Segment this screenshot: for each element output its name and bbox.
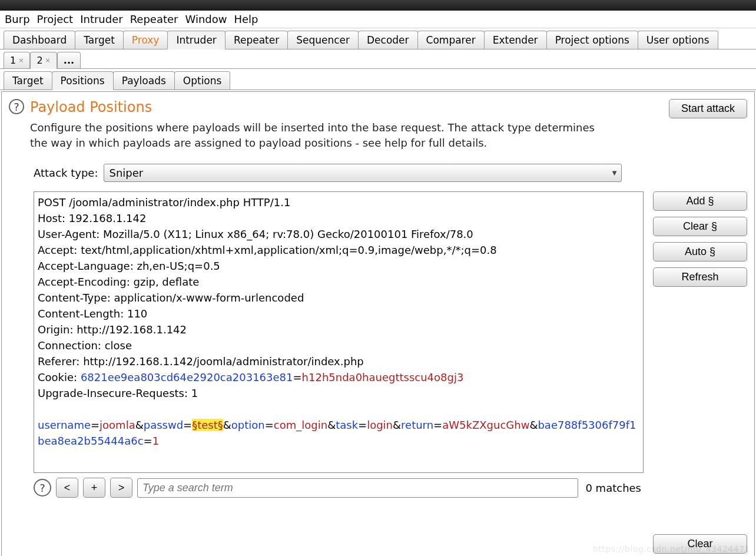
watermark: https://blog.csdn.net/m0_43424471 <box>593 544 750 554</box>
attack-type-label: Attack type: <box>34 167 98 179</box>
session-tab-1-label: 1 <box>10 55 16 66</box>
session-tab-2[interactable]: 2 × <box>30 52 57 69</box>
session-tab-2-label: 2 <box>37 55 42 66</box>
search-prev-button[interactable]: < <box>56 478 78 498</box>
session-tab-new[interactable]: ... <box>57 52 81 68</box>
add-marker-button[interactable]: Add § <box>653 191 747 211</box>
tab-project-options[interactable]: Project options <box>546 31 638 49</box>
session-tab-1[interactable]: 1 × <box>4 52 30 68</box>
tab-decoder[interactable]: Decoder <box>358 31 418 49</box>
menu-intruder[interactable]: Intruder <box>80 13 122 25</box>
tab-target[interactable]: Target <box>75 31 124 49</box>
menu-project[interactable]: Project <box>37 13 74 25</box>
tab-user-options[interactable]: User options <box>638 31 718 49</box>
menu-help[interactable]: Help <box>234 13 258 25</box>
inner-tab-positions[interactable]: Positions <box>52 71 114 90</box>
inner-tab-options[interactable]: Options <box>174 71 231 90</box>
close-icon[interactable]: × <box>18 57 24 64</box>
start-attack-button[interactable]: Start attack <box>669 99 747 118</box>
request-editor[interactable]: POST /joomla/administrator/index.php HTT… <box>34 191 644 473</box>
chevron-down-icon: ▼ <box>612 170 617 176</box>
tab-sequencer[interactable]: Sequencer <box>287 31 359 49</box>
menubar: Burp Project Intruder Repeater Window He… <box>0 11 756 28</box>
inner-tab-target[interactable]: Target <box>4 71 52 90</box>
auto-marker-button[interactable]: Auto § <box>653 242 747 262</box>
inner-tab-row: Target Positions Payloads Options <box>0 69 756 90</box>
tab-repeater[interactable]: Repeater <box>225 31 288 49</box>
attack-type-value: Sniper <box>109 167 143 179</box>
tab-extender[interactable]: Extender <box>484 31 547 49</box>
inner-tab-payloads[interactable]: Payloads <box>113 71 175 90</box>
search-next-button[interactable]: > <box>110 478 132 498</box>
titlebar-dark <box>0 0 756 11</box>
section-desc: Configure the positions where payloads w… <box>30 120 595 151</box>
search-matches: 0 matches <box>583 482 644 494</box>
clear-marker-button[interactable]: Clear § <box>653 217 747 236</box>
menu-window[interactable]: Window <box>185 13 227 25</box>
section-title: Payload Positions <box>30 99 595 115</box>
content-panel: ? Payload Positions Configure the positi… <box>1 91 755 556</box>
tab-dashboard[interactable]: Dashboard <box>4 31 75 49</box>
menu-burp[interactable]: Burp <box>5 13 30 25</box>
main-tab-row: Dashboard Target Proxy Intruder Repeater… <box>0 28 756 49</box>
attack-type-select[interactable]: Sniper ▼ <box>104 164 622 182</box>
payload-marker: §test§ <box>192 419 223 431</box>
help-icon[interactable]: ? <box>9 99 24 114</box>
menu-repeater[interactable]: Repeater <box>130 13 178 25</box>
help-icon[interactable]: ? <box>34 479 51 497</box>
tab-proxy[interactable]: Proxy <box>123 31 168 49</box>
tab-intruder[interactable]: Intruder <box>167 31 225 49</box>
tab-comparer[interactable]: Comparer <box>417 31 485 49</box>
session-tab-row: 1 × 2 × ... <box>0 49 756 69</box>
search-input[interactable] <box>137 478 578 498</box>
refresh-button[interactable]: Refresh <box>653 267 747 287</box>
search-add-button[interactable]: + <box>83 478 105 498</box>
close-icon[interactable]: × <box>45 57 51 64</box>
